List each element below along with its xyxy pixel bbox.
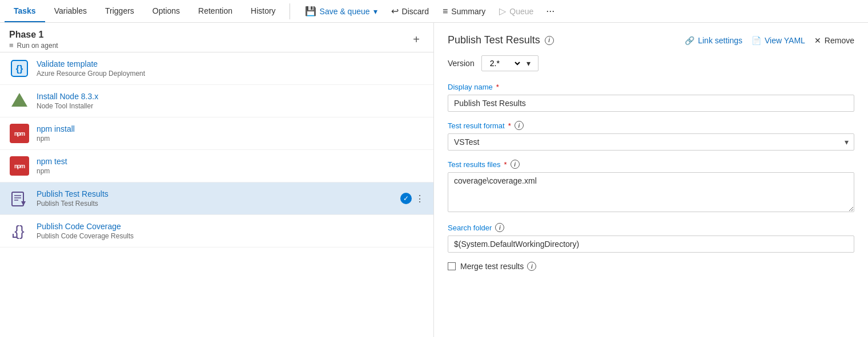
nav-divider xyxy=(290,3,290,19)
publish-code-icon: {} xyxy=(9,221,30,241)
tab-variables[interactable]: Variables xyxy=(45,0,96,22)
merge-info-icon[interactable]: i xyxy=(527,262,536,271)
queue-icon: ▷ xyxy=(499,6,506,17)
top-navigation: Tasks Variables Triggers Options Retenti… xyxy=(0,0,868,23)
task-menu-button[interactable]: ⋮ xyxy=(415,193,424,204)
search-folder-info-icon[interactable]: i xyxy=(495,223,504,232)
summary-icon: ≡ xyxy=(443,6,448,17)
tab-options[interactable]: Options xyxy=(143,0,189,22)
test-result-format-select[interactable]: VSTest JUnit NUnit xUnit CTest xyxy=(448,133,854,151)
merge-checkbox[interactable] xyxy=(448,262,456,270)
task-name: Publish Code Coverage xyxy=(37,222,424,231)
required-indicator: * xyxy=(504,160,507,169)
task-item[interactable]: Install Node 8.3.x Node Tool Installer xyxy=(0,85,433,117)
add-task-button[interactable]: + xyxy=(408,32,424,48)
version-select[interactable]: 2.* 1.* ▾ xyxy=(481,55,539,71)
task-subtitle: Node Tool Installer xyxy=(37,102,424,110)
npm-icon: npm xyxy=(9,156,30,176)
npm-icon: npm xyxy=(9,123,30,144)
task-list: {} Validate template Azure Resource Grou… xyxy=(0,52,433,337)
test-results-files-field: Test results files * i coverage\coverage… xyxy=(448,160,854,214)
rp-header: Publish Test Results i 🔗 Link settings 📄… xyxy=(448,34,854,46)
format-info-icon[interactable]: i xyxy=(515,121,524,130)
task-item[interactable]: npm npm test npm xyxy=(0,150,433,182)
task-item[interactable]: {} Validate template Azure Resource Grou… xyxy=(0,52,433,85)
link-settings-button[interactable]: 🔗 Link settings xyxy=(685,36,742,45)
version-label: Version xyxy=(448,59,475,68)
display-name-input[interactable] xyxy=(448,95,854,112)
merge-test-results-row: Merge test results i xyxy=(448,262,854,271)
validate-icon: {} xyxy=(9,58,30,79)
nav-actions: 💾 Save & queue ▾ ↩ Discard ≡ Summary ▷ Q… xyxy=(299,3,560,19)
phase-header: Phase 1 ≡ Run on agent + xyxy=(0,23,433,52)
task-info: npm install npm xyxy=(37,124,424,143)
summary-button[interactable]: ≡ Summary xyxy=(437,4,491,19)
task-check-icon: ✓ xyxy=(400,193,412,204)
phase-subtitle: ≡ Run on agent xyxy=(9,41,58,50)
save-queue-button[interactable]: 💾 Save & queue ▾ xyxy=(299,3,383,19)
test-results-files-input[interactable]: coverage\coverage.xml xyxy=(448,172,854,212)
search-folder-input[interactable] xyxy=(448,236,854,253)
phase-title: Phase 1 xyxy=(9,30,58,40)
main-layout: Phase 1 ≡ Run on agent + {} xyxy=(0,23,868,337)
tab-triggers[interactable]: Triggers xyxy=(96,0,143,22)
task-info: Publish Code Coverage Publish Code Cover… xyxy=(37,222,424,240)
task-name: Validate template xyxy=(37,59,424,68)
remove-icon: ✕ xyxy=(814,36,821,45)
version-dropdown[interactable]: 2.* 1.* xyxy=(488,58,522,68)
rp-title-actions: 🔗 Link settings 📄 View YAML ✕ Remove xyxy=(685,36,854,45)
task-item[interactable]: npm npm install npm xyxy=(0,117,433,150)
yaml-icon: 📄 xyxy=(752,36,761,45)
task-info: Install Node 8.3.x Node Tool Installer xyxy=(37,92,424,110)
display-name-field: Display name * xyxy=(448,83,854,112)
task-name: npm install xyxy=(37,124,424,133)
left-panel: Phase 1 ≡ Run on agent + {} xyxy=(0,23,434,337)
discard-icon: ↩ xyxy=(391,6,399,17)
version-row: Version 2.* 1.* ▾ xyxy=(448,55,854,71)
link-icon: 🔗 xyxy=(685,36,694,45)
task-subtitle: npm xyxy=(37,167,424,175)
task-item[interactable]: {} Publish Code Coverage Publish Code Co… xyxy=(0,215,433,247)
svg-rect-4 xyxy=(12,192,23,206)
tab-history[interactable]: History xyxy=(242,0,285,22)
task-subtitle: npm xyxy=(37,135,424,143)
rp-title: Publish Test Results i xyxy=(448,34,554,46)
test-result-format-wrapper: VSTest JUnit NUnit xUnit CTest ▾ xyxy=(448,133,854,151)
svg-text:{}: {} xyxy=(16,64,23,74)
task-subtitle: Publish Code Coverage Results xyxy=(37,232,424,240)
task-name: npm test xyxy=(37,157,424,166)
view-yaml-button[interactable]: 📄 View YAML xyxy=(752,36,805,45)
nav-tabs: Tasks Variables Triggers Options Retenti… xyxy=(5,0,285,22)
node-icon xyxy=(9,91,30,111)
files-info-icon[interactable]: i xyxy=(511,160,520,169)
version-dropdown-arrow: ▾ xyxy=(527,59,531,68)
task-item-active[interactable]: Publish Test Results Publish Test Result… xyxy=(0,182,433,215)
title-info-icon[interactable]: i xyxy=(545,36,554,45)
remove-button[interactable]: ✕ Remove xyxy=(814,36,854,45)
test-result-format-field: Test result format * i VSTest JUnit NUni… xyxy=(448,121,854,151)
required-indicator: * xyxy=(496,83,499,91)
tab-tasks[interactable]: Tasks xyxy=(5,0,45,22)
search-folder-label: Search folder i xyxy=(448,223,854,232)
agent-icon: ≡ xyxy=(9,41,14,50)
tab-retention[interactable]: Retention xyxy=(189,0,242,22)
task-info: npm test npm xyxy=(37,157,424,175)
queue-button[interactable]: ▷ Queue xyxy=(493,3,539,19)
discard-button[interactable]: ↩ Discard xyxy=(385,3,435,19)
save-icon: 💾 xyxy=(305,6,316,17)
test-results-files-label: Test results files * i xyxy=(448,160,854,169)
svg-marker-8 xyxy=(21,201,26,206)
merge-label: Merge test results i xyxy=(460,262,536,271)
task-name: Publish Test Results xyxy=(37,189,393,198)
display-name-label: Display name * xyxy=(448,83,854,91)
task-subtitle: Azure Resource Group Deployment xyxy=(37,70,424,78)
task-info: Validate template Azure Resource Group D… xyxy=(37,59,424,78)
dropdown-arrow-icon: ▾ xyxy=(373,7,377,16)
more-options-button[interactable]: ··· xyxy=(541,3,559,19)
phase-info: Phase 1 ≡ Run on agent xyxy=(9,30,58,50)
task-actions: ✓ ⋮ xyxy=(400,193,424,204)
task-info: Publish Test Results Publish Test Result… xyxy=(37,189,393,208)
svg-marker-3 xyxy=(11,93,27,107)
publish-test-icon xyxy=(9,188,30,209)
search-folder-field: Search folder i xyxy=(448,223,854,253)
